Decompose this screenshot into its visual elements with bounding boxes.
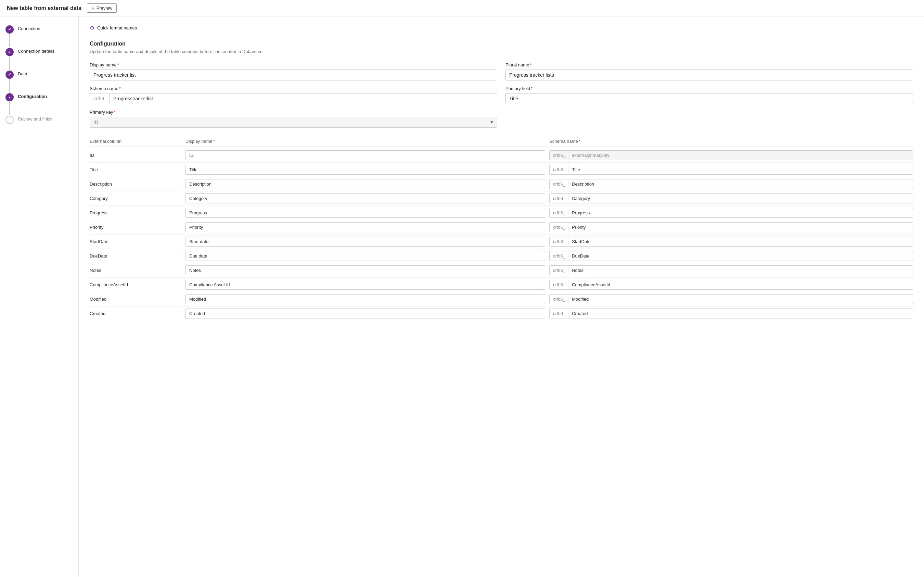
step-icon-configuration: ● (5, 93, 14, 102)
main-layout: ✓ Connection ✓ Connection details ✓ Data… (0, 16, 924, 576)
primary-field-field: Primary field* (505, 86, 913, 104)
col-display-input[interactable] (185, 265, 545, 275)
display-name-cell (185, 280, 549, 290)
display-name-cell (185, 265, 549, 275)
preview-label: Preview (96, 5, 112, 11)
ext-col-name: ComplianceAssetId (90, 282, 185, 287)
col-display-input[interactable] (185, 208, 545, 218)
display-name-cell (185, 237, 549, 247)
col-header-external: External column (90, 139, 185, 144)
primary-key-field: Primary key* ID ▼ (90, 110, 497, 128)
col-schema-input[interactable] (569, 179, 913, 189)
quick-format-label[interactable]: Quick format names (97, 25, 137, 31)
col-schema-input[interactable] (569, 266, 913, 275)
plural-name-input[interactable] (505, 69, 913, 81)
sidebar-item-data[interactable]: ✓ Data (5, 70, 73, 92)
col-schema-input[interactable] (569, 165, 913, 174)
ext-col-name: DueDate (90, 253, 185, 258)
quick-format-icon: ⚙ (90, 25, 95, 31)
required-star: * (117, 62, 119, 68)
col-header-star2: * (579, 139, 580, 144)
col-schema-prefix: crfb6_ (550, 309, 569, 318)
sidebar-item-configuration[interactable]: ● Configuration (5, 92, 73, 115)
preview-icon: △ (92, 6, 95, 11)
form-grid: Display name* Plural name* Schema name* (90, 62, 913, 128)
display-name-cell (185, 308, 549, 319)
col-schema-input[interactable] (569, 295, 913, 304)
section-description: Update the table name and details of the… (90, 49, 913, 54)
col-header-schema: Schema name* (549, 139, 913, 144)
col-display-input[interactable] (185, 165, 545, 175)
step-icon-connection: ✓ (5, 25, 14, 34)
primary-key-select[interactable]: ID (90, 117, 497, 128)
schema-name-field: Schema name* crfb6_ (90, 86, 497, 104)
col-display-input[interactable] (185, 251, 545, 261)
display-name-cell (185, 222, 549, 232)
display-name-cell (185, 251, 549, 261)
table-row: DueDate crfb6_ (90, 249, 913, 263)
table-row: Category crfb6_ (90, 192, 913, 206)
col-display-input[interactable] (185, 222, 545, 232)
ext-col-name: Notes (90, 268, 185, 273)
schema-name-input[interactable] (110, 93, 497, 104)
col-display-input[interactable] (185, 179, 545, 189)
required-star5: * (114, 110, 116, 115)
preview-button[interactable]: △ Preview (87, 3, 117, 13)
ext-col-name: Priority (90, 225, 185, 230)
col-display-input[interactable] (185, 294, 545, 304)
col-display-input[interactable] (185, 308, 545, 319)
table-row: Created crfb6_ (90, 306, 913, 321)
display-name-input[interactable] (90, 69, 497, 81)
required-star4: * (531, 86, 532, 91)
col-schema-input[interactable] (569, 237, 913, 246)
ext-col-name: StartDate (90, 239, 185, 244)
sidebar-item-connection-details[interactable]: ✓ Connection details (5, 47, 73, 70)
col-schema-prefix: crfb6_ (550, 208, 569, 218)
col-schema-prefix: crfb6_ (550, 222, 569, 232)
sidebar: ✓ Connection ✓ Connection details ✓ Data… (0, 16, 79, 576)
ext-col-name: ID (90, 153, 185, 158)
sidebar-item-connection[interactable]: ✓ Connection (5, 25, 73, 47)
columns-rows: ID crfb6_ Title crfb6_ Description crfb6… (90, 148, 913, 321)
col-display-input[interactable] (185, 280, 545, 290)
columns-header: External column Display name* Schema nam… (90, 136, 913, 147)
display-name-cell (185, 294, 549, 304)
col-display-input[interactable] (185, 150, 545, 160)
col-schema-wrapper: crfb6_ (549, 208, 913, 218)
step-label-data: Data (18, 70, 27, 87)
col-schema-input[interactable] (569, 194, 913, 203)
col-schema-input[interactable] (569, 208, 913, 218)
step-label-connection: Connection (18, 25, 40, 42)
display-name-cell (185, 165, 549, 175)
table-row: Priority crfb6_ (90, 220, 913, 235)
table-row: ComplianceAssetId crfb6_ (90, 278, 913, 292)
col-schema-input[interactable] (569, 309, 913, 318)
table-row: Modified crfb6_ (90, 292, 913, 306)
col-display-input[interactable] (185, 193, 545, 203)
sidebar-item-review[interactable]: Review and finish (5, 115, 73, 132)
col-schema-wrapper: crfb6_ (549, 251, 913, 261)
display-name-cell (185, 208, 549, 218)
col-schema-prefix: crfb6_ (550, 151, 569, 160)
col-schema-input[interactable] (569, 251, 913, 261)
primary-field-input[interactable] (505, 93, 913, 104)
step-icon-connection-details: ✓ (5, 48, 14, 56)
primary-field-label: Primary field* (505, 86, 913, 91)
step-label-configuration: Configuration (18, 92, 47, 110)
col-schema-input[interactable] (569, 280, 913, 289)
col-schema-prefix: crfb6_ (550, 194, 569, 203)
step-label-connection-details: Connection details (18, 47, 55, 65)
table-row: Description crfb6_ (90, 177, 913, 192)
app-title: New table from external data (7, 5, 82, 11)
col-schema-prefix: crfb6_ (550, 266, 569, 275)
primary-key-label: Primary key* (90, 110, 497, 115)
col-schema-prefix: crfb6_ (550, 165, 569, 174)
col-schema-wrapper: crfb6_ (549, 294, 913, 304)
ext-col-name: Title (90, 167, 185, 172)
primary-key-select-wrapper: ID ▼ (90, 117, 497, 128)
table-row: ID crfb6_ (90, 148, 913, 163)
col-display-input[interactable] (185, 237, 545, 247)
table-row: StartDate crfb6_ (90, 235, 913, 249)
ext-col-name: Created (90, 311, 185, 316)
col-schema-input[interactable] (569, 222, 913, 232)
